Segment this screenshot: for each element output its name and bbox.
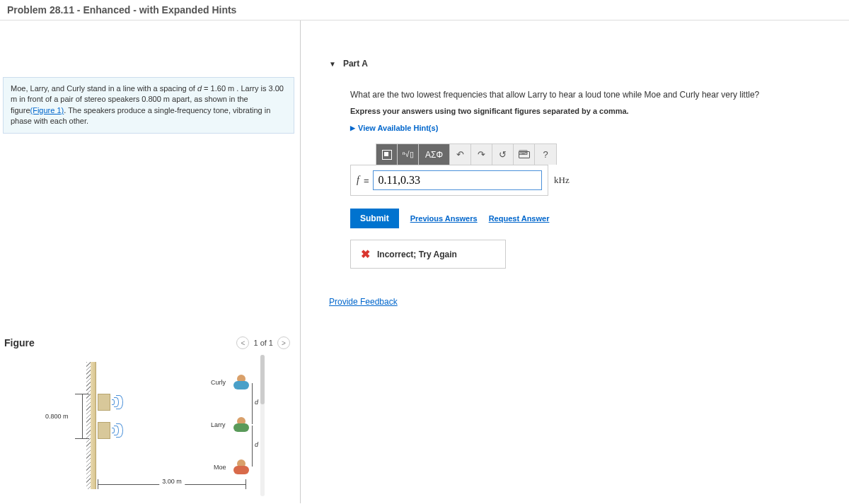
question-instruction: Express your answers using two significa…	[350, 107, 835, 115]
template-icon	[382, 150, 392, 160]
greek-button[interactable]: ΑΣΦ	[419, 144, 450, 165]
main-split: Moe, Larry, and Curly stand in a line wi…	[0, 20, 849, 503]
figure-next-button[interactable]: >	[277, 336, 290, 349]
figure-nav-label: 1 of 1	[253, 339, 273, 347]
figure-prev-button[interactable]: <	[236, 336, 249, 349]
d-line-2	[252, 426, 253, 467]
sqrt-button[interactable]: ⁿ√▯	[398, 144, 419, 165]
page-title: Problem 28.11 - Enhanced - with Expanded…	[0, 0, 849, 20]
left-panel: Moe, Larry, and Curly stand in a line wi…	[0, 20, 301, 503]
dim-v-label: 0.800 m	[45, 413, 69, 420]
dim-vertical: 0.800 m	[75, 394, 89, 439]
figure-link[interactable]: (Figure 1)	[30, 106, 64, 115]
keyboard-button[interactable]	[514, 144, 535, 165]
request-answer-link[interactable]: Request Answer	[489, 214, 550, 223]
d-label-1: d	[255, 399, 258, 406]
label-curly: Curly	[211, 379, 226, 386]
problem-text-pre: Moe, Larry, and Curly stand in a line wi…	[11, 84, 197, 93]
wall	[91, 362, 96, 489]
speaker-top	[98, 394, 125, 411]
d-line-1	[252, 383, 253, 424]
d-label-2: d	[255, 441, 258, 448]
figure-title: Figure	[4, 337, 35, 348]
reset-button[interactable]: ↺	[492, 144, 514, 165]
unit-m-2: m	[11, 95, 17, 103]
right-panel: ▼ Part A What are the two lowest frequen…	[301, 20, 849, 503]
figure-nav: < 1 of 1 >	[236, 336, 290, 349]
equation-toolbar: ⁿ√▯ ΑΣΦ ↶ ↷ ↺ ?	[376, 143, 557, 165]
question-text: What are the two lowest frequencies that…	[350, 90, 835, 100]
answer-unit: kHz	[554, 175, 570, 186]
question-block: What are the two lowest frequencies that…	[329, 76, 835, 269]
problem-mid2: in front of a pair of stereo speakers 0.…	[17, 95, 163, 103]
collapse-caret-icon: ▼	[329, 60, 336, 68]
unit-m-3: m	[163, 95, 170, 103]
template-button[interactable]	[376, 144, 398, 165]
problem-mid: . Larry is 3.00	[234, 84, 284, 93]
input-wrap: f = kHz	[350, 165, 835, 196]
undo-icon: ↶	[456, 149, 464, 160]
sqrt-icon: ⁿ√▯	[402, 150, 413, 159]
incorrect-icon: ✖	[361, 247, 370, 261]
answer-input[interactable]	[373, 170, 542, 190]
keyboard-icon	[519, 151, 530, 158]
figure-block: Figure < 1 of 1 > 0.800	[3, 334, 294, 503]
answer-area: ⁿ√▯ ΑΣΦ ↶ ↷ ↺ ? f = kHz	[350, 143, 835, 196]
caret-right-icon: ▶	[350, 124, 355, 131]
help-icon: ?	[543, 149, 548, 160]
hints-label: View Available Hint(s)	[358, 124, 438, 132]
unit-m-1: m	[228, 84, 234, 93]
answer-input-row: f =	[350, 165, 548, 196]
person-moe	[233, 459, 249, 475]
undo-button[interactable]: ↶	[450, 144, 471, 165]
redo-button[interactable]: ↷	[471, 144, 492, 165]
speaker-bottom	[98, 422, 125, 439]
help-button[interactable]: ?	[535, 144, 556, 165]
figure-header: Figure < 1 of 1 >	[3, 334, 294, 355]
button-row: Submit Previous Answers Request Answer	[350, 209, 835, 228]
answer-var: f	[357, 175, 359, 186]
problem-statement: Moe, Larry, and Curly stand in a line wi…	[3, 77, 294, 134]
part-label: Part A	[343, 59, 368, 69]
label-moe: Moe	[214, 464, 226, 471]
person-larry	[233, 417, 249, 433]
view-hints-toggle[interactable]: ▶ View Available Hint(s)	[350, 124, 835, 132]
answer-eq: =	[364, 175, 369, 186]
feedback-message: Incorrect; Try Again	[377, 250, 457, 259]
feedback-box: ✖ Incorrect; Try Again	[350, 240, 506, 269]
figure-diagram: 0.800 m 3.00 m Curly Larry Moe d d	[35, 355, 262, 496]
figure-scrollbar[interactable]	[260, 355, 265, 496]
problem-eq: = 1.60	[202, 84, 228, 93]
submit-button[interactable]: Submit	[350, 209, 399, 228]
person-curly	[233, 375, 249, 390]
label-larry: Larry	[211, 421, 226, 428]
part-header[interactable]: ▼ Part A	[329, 56, 835, 76]
previous-answers-link[interactable]: Previous Answers	[410, 214, 478, 223]
reset-icon: ↺	[499, 149, 507, 160]
dim-h-label: 3.00 m	[159, 478, 185, 485]
redo-icon: ↷	[478, 149, 485, 160]
provide-feedback-link[interactable]: Provide Feedback	[329, 297, 398, 307]
dim-horizontal: 3.00 m	[98, 479, 246, 489]
